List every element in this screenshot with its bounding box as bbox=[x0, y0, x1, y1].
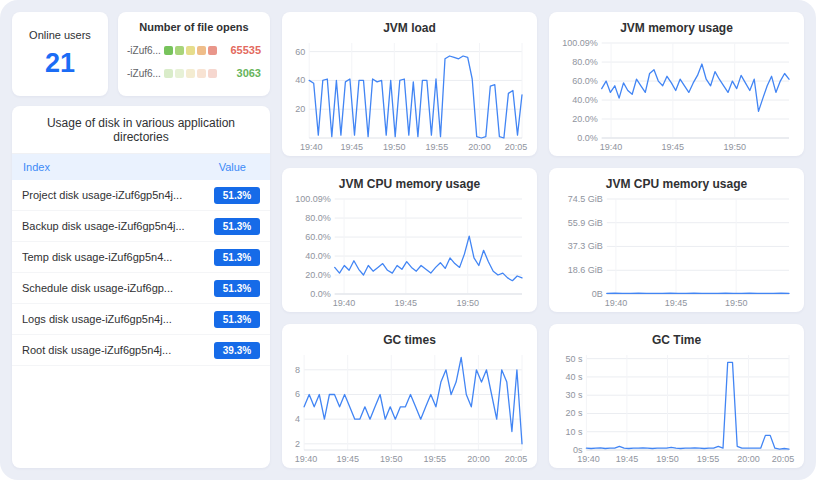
line-chart-plot[interactable]: 246819:4019:4519:5019:5520:0020:05 bbox=[290, 349, 529, 465]
svg-text:0B: 0B bbox=[592, 289, 603, 299]
online-users-value: 21 bbox=[45, 48, 75, 79]
disk-row-label: Schedule disk usage-iZuf6gp... bbox=[22, 282, 173, 294]
heatmap-cells bbox=[164, 69, 217, 78]
heatmap-cell bbox=[197, 46, 206, 55]
svg-text:8: 8 bbox=[295, 365, 300, 375]
left-column: Online users 21 Number of file opens -iZ… bbox=[12, 12, 270, 468]
chart-panel-gc-time-5: GC Time0s10 s20 s30 s40 s50 s19:4019:451… bbox=[549, 324, 804, 468]
svg-text:19:50: 19:50 bbox=[456, 298, 479, 308]
svg-text:2: 2 bbox=[295, 439, 300, 449]
line-chart-plot[interactable]: 0.0%20.0%40.0%60.0%80.0%100.09%19:4019:4… bbox=[557, 37, 796, 153]
chart-panel-jvm-cpu-memory-usage-2: JVM CPU memory usage0.0%20.0%40.0%60.0%8… bbox=[282, 168, 537, 312]
file-opens-row-value: 3063 bbox=[237, 67, 261, 79]
chart-grid: JVM load20406019:4019:4519:5019:5520:002… bbox=[282, 12, 804, 468]
svg-text:19:40: 19:40 bbox=[333, 298, 356, 308]
svg-text:20:00: 20:00 bbox=[737, 454, 760, 464]
svg-text:19:55: 19:55 bbox=[424, 454, 447, 464]
svg-text:20:00: 20:00 bbox=[467, 454, 490, 464]
chart-panel-jvm-cpu-memory-usage-3: JVM CPU memory usage0B18.6 GiB37.3 GiB55… bbox=[549, 168, 804, 312]
disk-row-label: Project disk usage-iZuf6gp5n4j... bbox=[22, 189, 182, 201]
heatmap-cell bbox=[208, 46, 217, 55]
disk-usage-card: Usage of disk in various application dir… bbox=[12, 106, 270, 468]
file-opens-rows: -iZuf6...65535-iZuf6...3063 bbox=[127, 33, 261, 90]
svg-text:19:50: 19:50 bbox=[380, 454, 403, 464]
svg-text:80.0%: 80.0% bbox=[572, 57, 598, 67]
svg-text:55.9 GiB: 55.9 GiB bbox=[568, 218, 603, 228]
heatmap-cell bbox=[208, 69, 217, 78]
svg-text:20.0%: 20.0% bbox=[305, 270, 331, 280]
line-chart-plot[interactable]: 20406019:4019:4519:5019:5520:0020:05 bbox=[290, 37, 529, 153]
heatmap-cell bbox=[175, 69, 184, 78]
svg-text:19:40: 19:40 bbox=[300, 142, 323, 152]
column-header-value[interactable]: Value bbox=[219, 161, 246, 173]
disk-row-label: Backup disk usage-iZuf6gp5n4j... bbox=[22, 220, 185, 232]
chart-title: GC times bbox=[290, 333, 529, 347]
svg-text:20:05: 20:05 bbox=[505, 454, 528, 464]
svg-text:0.0%: 0.0% bbox=[577, 133, 598, 143]
monitoring-dashboard: Online users 21 Number of file opens -iZ… bbox=[0, 0, 816, 480]
svg-text:80.0%: 80.0% bbox=[305, 213, 331, 223]
disk-row-label: Logs disk usage-iZuf6gp5n4j... bbox=[22, 313, 172, 325]
column-header-index[interactable]: Index bbox=[23, 161, 50, 173]
online-users-title: Online users bbox=[29, 29, 91, 41]
svg-text:19:40: 19:40 bbox=[577, 454, 600, 464]
svg-text:19:45: 19:45 bbox=[395, 298, 418, 308]
svg-text:19:40: 19:40 bbox=[295, 454, 318, 464]
svg-text:60.0%: 60.0% bbox=[305, 232, 331, 242]
disk-usage-rows: Project disk usage-iZuf6gp5n4j...51.3%Ba… bbox=[12, 180, 270, 468]
svg-text:19:50: 19:50 bbox=[656, 454, 679, 464]
svg-text:30 s: 30 s bbox=[565, 390, 583, 400]
line-chart-plot[interactable]: 0.0%20.0%40.0%60.0%80.0%100.09%19:4019:4… bbox=[290, 193, 529, 309]
chart-title: JVM CPU memory usage bbox=[290, 177, 529, 191]
svg-text:20: 20 bbox=[295, 104, 305, 114]
online-users-card: Online users 21 bbox=[12, 12, 108, 96]
svg-text:40.0%: 40.0% bbox=[572, 95, 598, 105]
heatmap-cell bbox=[175, 46, 184, 55]
file-opens-card: Number of file opens -iZuf6...65535-iZuf… bbox=[118, 12, 270, 96]
svg-text:40 s: 40 s bbox=[565, 372, 583, 382]
disk-usage-badge: 51.3% bbox=[214, 249, 260, 266]
file-opens-row: -iZuf6...65535 bbox=[127, 44, 261, 56]
chart-panel-jvm-memory-usage-1: JVM memory usage0.0%20.0%40.0%60.0%80.0%… bbox=[549, 12, 804, 156]
disk-usage-badge: 39.3% bbox=[214, 342, 260, 359]
heatmap-cells bbox=[164, 46, 217, 55]
heatmap-cell bbox=[164, 46, 173, 55]
disk-row-label: Temp disk usage-iZuf6gp5n4... bbox=[22, 251, 172, 263]
svg-text:20 s: 20 s bbox=[565, 408, 583, 418]
line-chart-plot[interactable]: 0s10 s20 s30 s40 s50 s19:4019:4519:5019:… bbox=[557, 349, 796, 465]
chart-title: JVM CPU memory usage bbox=[557, 177, 796, 191]
file-opens-row: -iZuf6...3063 bbox=[127, 67, 261, 79]
chart-panel-gc-times-4: GC times246819:4019:4519:5019:5520:0020:… bbox=[282, 324, 537, 468]
file-opens-title: Number of file opens bbox=[127, 21, 261, 33]
chart-title: JVM load bbox=[290, 21, 529, 35]
disk-usage-badge: 51.3% bbox=[214, 187, 260, 204]
svg-text:19:55: 19:55 bbox=[697, 454, 720, 464]
disk-usage-badge: 51.3% bbox=[214, 311, 260, 328]
svg-text:60.0%: 60.0% bbox=[572, 76, 598, 86]
svg-text:6: 6 bbox=[295, 389, 300, 399]
heatmap-cell bbox=[164, 69, 173, 78]
table-row: Temp disk usage-iZuf6gp5n4...51.3% bbox=[12, 242, 270, 273]
disk-usage-table-title: Usage of disk in various application dir… bbox=[12, 106, 270, 154]
svg-text:50 s: 50 s bbox=[565, 354, 583, 364]
file-opens-row-label: -iZuf6... bbox=[127, 45, 161, 56]
svg-text:40.0%: 40.0% bbox=[305, 251, 331, 261]
table-row: Schedule disk usage-iZuf6gp...51.3% bbox=[12, 273, 270, 304]
svg-text:60: 60 bbox=[295, 47, 305, 57]
svg-text:0.0%: 0.0% bbox=[310, 289, 331, 299]
heatmap-cell bbox=[186, 69, 195, 78]
svg-text:19:40: 19:40 bbox=[600, 142, 623, 152]
svg-text:40: 40 bbox=[295, 75, 305, 85]
heatmap-cell bbox=[186, 46, 195, 55]
disk-usage-badge: 51.3% bbox=[214, 218, 260, 235]
svg-text:100.09%: 100.09% bbox=[562, 38, 598, 48]
table-row: Backup disk usage-iZuf6gp5n4j...51.3% bbox=[12, 211, 270, 242]
heatmap-cell bbox=[197, 69, 206, 78]
svg-text:19:50: 19:50 bbox=[723, 142, 746, 152]
svg-text:19:45: 19:45 bbox=[665, 298, 688, 308]
line-chart-plot[interactable]: 0B18.6 GiB37.3 GiB55.9 GiB74.5 GiB19:401… bbox=[557, 193, 796, 309]
svg-text:19:55: 19:55 bbox=[426, 142, 449, 152]
svg-text:20:05: 20:05 bbox=[772, 454, 795, 464]
file-opens-row-value: 65535 bbox=[230, 44, 261, 56]
disk-usage-badge: 51.3% bbox=[214, 280, 260, 297]
